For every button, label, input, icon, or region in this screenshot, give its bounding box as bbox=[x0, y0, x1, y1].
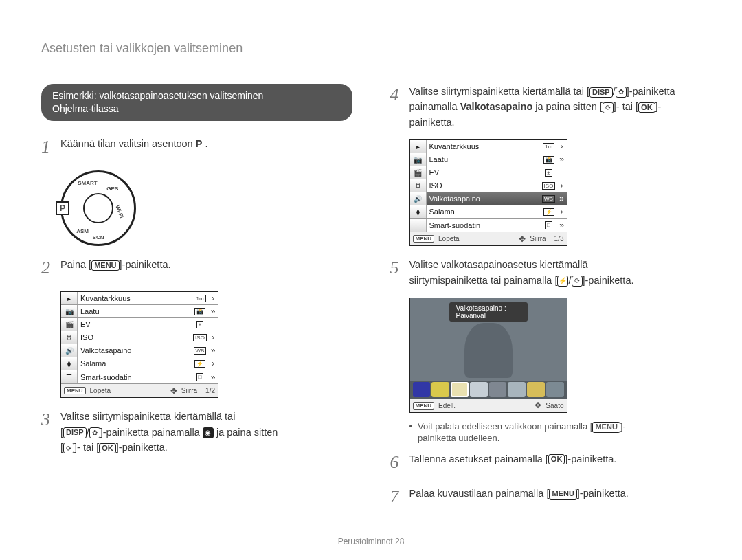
menu-screenshot-b: ▸Kuvantarkkuus1m›📷Laatu📸»🎬EV±⚙ISOISO›🔊Va… bbox=[409, 139, 567, 246]
ok-button-label: OK bbox=[99, 443, 116, 453]
dial-p-indicator: P bbox=[56, 201, 69, 215]
bullet-icon: • bbox=[409, 421, 413, 443]
row-value-icon: ISO bbox=[192, 334, 208, 342]
footer-menu-tag: MENU bbox=[413, 235, 435, 243]
dial-label-asm: ASM bbox=[76, 228, 89, 234]
chevron-icon: » bbox=[208, 346, 218, 355]
row-value-icon: □ bbox=[541, 221, 557, 229]
menu-row: ☰Smart-suodatin□» bbox=[410, 219, 567, 232]
row-icon: ⚙ bbox=[410, 179, 427, 192]
example-header-pill: Esimerkki: valkotasapainoasetuksen valit… bbox=[41, 84, 352, 121]
step-4: 4 Valitse siirtymispainiketta kiertämäll… bbox=[390, 84, 701, 130]
dial-label-smart: SMART bbox=[78, 179, 97, 186]
flash-icon: ⚡ bbox=[557, 276, 568, 287]
navpad-icon: ✥ bbox=[535, 401, 541, 410]
row-value-icon: 1m bbox=[192, 295, 208, 303]
wb-option bbox=[489, 382, 507, 397]
footer-menu-tag: MENU bbox=[64, 387, 86, 394]
row-value-icon: WB bbox=[541, 195, 557, 203]
macro-icon: ✿ bbox=[616, 87, 627, 98]
wb-option bbox=[508, 382, 526, 397]
chevron-icon: » bbox=[208, 306, 218, 316]
step4-l1-pre: Valitse siirtymispainiketta kiertämällä … bbox=[409, 86, 589, 97]
step7-post: ]-painiketta. bbox=[577, 488, 629, 499]
row-value-icon: ± bbox=[541, 169, 557, 177]
step-number: 3 bbox=[41, 406, 60, 455]
menu-row: ▸Kuvantarkkuus1m› bbox=[410, 140, 567, 153]
row-value-icon: ⚡ bbox=[541, 208, 557, 216]
menu-row: ▸Kuvantarkkuus1m› bbox=[61, 292, 218, 305]
step7-pre: Palaa kuvaustilaan painamalla [ bbox=[409, 488, 550, 499]
row-label: Kuvantarkkuus bbox=[427, 142, 541, 150]
step-number: 2 bbox=[41, 254, 60, 282]
page-footer: Perustoiminnot 28 bbox=[41, 537, 701, 546]
row-label: Salama bbox=[427, 208, 541, 216]
row-label: ISO bbox=[78, 333, 192, 341]
wb-screenshot: Valkotasapaino : Päivänval MENU Edell. ✥… bbox=[409, 298, 567, 413]
menu-row: 📷Laatu📸» bbox=[61, 305, 218, 318]
row-label: Smart-suodatin bbox=[427, 221, 541, 229]
dial-center bbox=[83, 193, 113, 223]
menu-row: ☰Smart-suodatin□» bbox=[61, 370, 218, 383]
footer-label: Perustoiminnot bbox=[338, 537, 393, 546]
wb-option bbox=[413, 382, 431, 397]
row-icon: ⧫ bbox=[61, 357, 78, 370]
step5-l2-post: ]-painiketta. bbox=[583, 275, 634, 286]
step3-l3-post: ]-painiketta. bbox=[116, 442, 168, 453]
row-icon: ⧫ bbox=[410, 205, 427, 218]
disp-button-label: DISP bbox=[589, 87, 613, 98]
menu-row: ⧫Salama⚡› bbox=[410, 205, 567, 219]
step6-pre: Tallenna asetukset painamalla [ bbox=[409, 453, 548, 464]
step1-text: Käännä tilan valitsin asentoon bbox=[60, 138, 196, 149]
step4-strong: Valkotasapaino bbox=[460, 101, 533, 112]
note-line2: painiketta uudelleen. bbox=[418, 433, 499, 443]
menu-row: 🎬EV± bbox=[61, 318, 218, 331]
step1-post: . bbox=[205, 138, 207, 149]
sample-silhouette bbox=[464, 323, 513, 378]
step-6: 6 Tallenna asetukset painamalla [OK]-pai… bbox=[390, 451, 701, 476]
mode-p-strong: P bbox=[196, 138, 203, 149]
ok-button-label: OK bbox=[548, 454, 565, 464]
timer-icon: ⟳ bbox=[63, 443, 74, 453]
wb-option-strip bbox=[410, 381, 567, 399]
chevron-icon: › bbox=[557, 181, 567, 190]
row-icon: ⚙ bbox=[61, 331, 78, 344]
left-column: Esimerkki: valkotasapainoasetuksen valit… bbox=[41, 84, 352, 520]
step-2: 2 Paina [MENU]-painiketta. bbox=[41, 257, 352, 282]
step-number: 4 bbox=[390, 81, 409, 130]
step-1: 1 Käännä tilan valitsin asentoon P . bbox=[41, 136, 352, 161]
row-icon: ☰ bbox=[410, 219, 427, 232]
page-title: Asetusten tai valikkojen valitseminen bbox=[41, 41, 701, 63]
row-icon: 🔊 bbox=[61, 344, 78, 357]
right-column: 4 Valitse siirtymispainiketta kiertämäll… bbox=[390, 84, 701, 520]
step-number: 1 bbox=[41, 133, 60, 161]
footer-move-label: Siirrä bbox=[181, 387, 197, 394]
note-bullet: • Voit palata edelliseen valikkoon paina… bbox=[409, 421, 701, 443]
wb-option bbox=[451, 382, 469, 397]
chevron-icon: » bbox=[557, 221, 567, 230]
timer-icon: ⟳ bbox=[572, 276, 583, 287]
step4-l1-post: ]-painiketta bbox=[627, 86, 675, 97]
row-icon: ▸ bbox=[61, 292, 78, 304]
step3-l3-mid: ]- tai [ bbox=[74, 442, 99, 453]
navpad-icon: ✥ bbox=[170, 386, 177, 396]
note-post: ]- bbox=[620, 421, 626, 432]
note-pre: Voit palata edelliseen valikkoon painama… bbox=[418, 421, 592, 432]
menu-row: 🔊ValkotasapainoWB» bbox=[61, 344, 218, 357]
step-7: 7 Palaa kuvaustilaan painamalla [MENU]-p… bbox=[390, 486, 701, 511]
footer-pagenum: 28 bbox=[395, 537, 404, 546]
menu-row: 🔊ValkotasapainoWB» bbox=[410, 192, 567, 205]
menu-screenshot-a: ▸Kuvantarkkuus1m›📷Laatu📸»🎬EV±⚙ISOISO›🔊Va… bbox=[60, 291, 218, 398]
row-value-icon: WB bbox=[192, 347, 208, 355]
chevron-icon: › bbox=[208, 333, 218, 342]
camera-icon: ◉ bbox=[203, 427, 214, 438]
step4-l2-mid: ja paina sitten [ bbox=[532, 101, 603, 112]
step6-post: ]-painiketta. bbox=[565, 453, 616, 464]
row-value-icon: ⚡ bbox=[192, 360, 208, 368]
footer-adjust-label: Säätö bbox=[546, 402, 563, 410]
wb-option bbox=[470, 382, 488, 397]
mode-dial-graphic: P SMART GPS Wi-Fi ASM SCN bbox=[60, 170, 136, 246]
row-label: Smart-suodatin bbox=[78, 373, 192, 381]
pill-line2: Ohjelma-tilassa bbox=[52, 102, 341, 115]
chevron-icon: » bbox=[557, 155, 567, 164]
